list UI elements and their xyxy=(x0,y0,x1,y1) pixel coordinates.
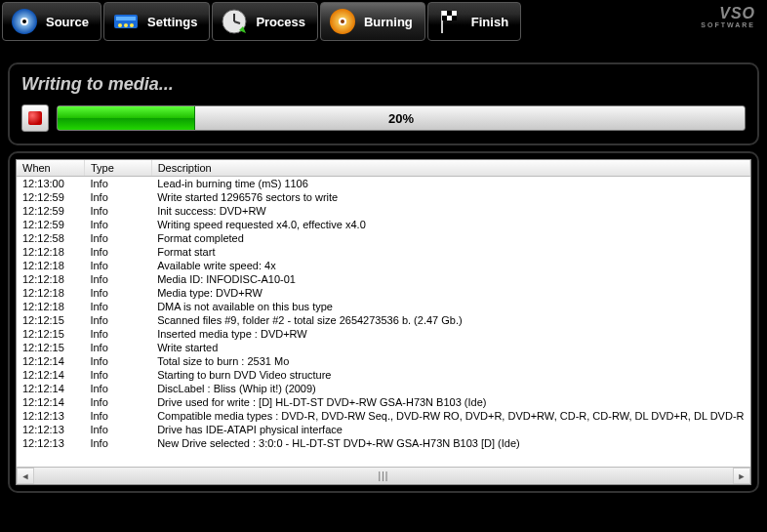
cell-type: Info xyxy=(84,382,151,395)
status-panel: Writing to media... 20% xyxy=(8,62,759,145)
table-row[interactable]: 12:12:13InfoCompatible media types : DVD… xyxy=(17,409,750,423)
cell-type: Info xyxy=(84,218,151,231)
cell-type: Info xyxy=(84,368,151,382)
cell-when: 12:12:14 xyxy=(17,368,84,382)
scroll-right-icon[interactable]: ► xyxy=(733,468,750,484)
table-row[interactable]: 12:12:13InfoNew Drive selected : 3:0:0 -… xyxy=(17,436,750,450)
svg-rect-20 xyxy=(452,16,457,20)
brand-line1: VSO xyxy=(701,6,755,21)
cell-type: Info xyxy=(84,177,151,191)
flag-icon xyxy=(434,6,465,37)
toolbar: Source Settings Process xyxy=(0,0,767,43)
svg-point-2 xyxy=(22,20,26,23)
cell-when: 12:12:59 xyxy=(17,204,84,218)
cell-description: Format completed xyxy=(151,231,749,245)
cell-when: 12:13:00 xyxy=(17,177,84,191)
cell-description: Format start xyxy=(151,245,749,259)
brand-logo: VSO SOFTWARE xyxy=(701,6,755,28)
source-button[interactable]: Source xyxy=(2,2,101,41)
svg-rect-16 xyxy=(447,11,452,16)
cell-description: Lead-in burning time (mS) 1106 xyxy=(151,177,749,191)
settings-label: Settings xyxy=(147,15,197,29)
cell-type: Info xyxy=(84,354,151,368)
table-row[interactable]: 12:13:00InfoLead-in burning time (mS) 11… xyxy=(17,177,750,191)
settings-icon xyxy=(110,6,141,37)
burning-button[interactable]: Burning xyxy=(320,2,425,41)
finish-label: Finish xyxy=(471,15,508,29)
cell-type: Info xyxy=(84,259,151,272)
cell-description: New Drive selected : 3:0:0 - HL-DT-ST DV… xyxy=(151,436,749,450)
scroll-track[interactable]: ||| xyxy=(34,468,733,484)
svg-rect-18 xyxy=(442,16,447,20)
log-container: When Type Description 12:13:00InfoLead-i… xyxy=(16,159,751,485)
cell-type: Info xyxy=(84,327,151,341)
cell-description: Compatible media types : DVD-R, DVD-RW S… xyxy=(151,409,749,423)
svg-point-6 xyxy=(124,23,128,27)
table-row[interactable]: 12:12:18InfoDMA is not available on this… xyxy=(17,300,750,313)
cell-when: 12:12:18 xyxy=(17,259,84,272)
svg-point-5 xyxy=(118,23,122,27)
table-row[interactable]: 12:12:14InfoTotal size to burn : 2531 Mo xyxy=(17,354,750,368)
cell-description: Media type: DVD+RW xyxy=(151,286,749,300)
table-row[interactable]: 12:12:59InfoWriting speed requested x4.0… xyxy=(17,218,750,231)
cell-when: 12:12:15 xyxy=(17,327,84,341)
cell-type: Info xyxy=(84,245,151,259)
cell-when: 12:12:13 xyxy=(17,423,84,436)
log-scroll[interactable]: When Type Description 12:13:00InfoLead-i… xyxy=(17,160,750,467)
col-header-description[interactable]: Description xyxy=(151,160,749,177)
col-header-when[interactable]: When xyxy=(17,160,84,177)
process-button[interactable]: Process xyxy=(212,2,318,41)
cell-when: 12:12:18 xyxy=(17,245,84,259)
table-row[interactable]: 12:12:15InfoWrite started xyxy=(17,341,750,354)
cell-description: Starting to burn DVD Video structure xyxy=(151,368,749,382)
settings-button[interactable]: Settings xyxy=(103,2,210,41)
table-row[interactable]: 12:12:18InfoAvailable write speed: 4x xyxy=(17,259,750,272)
burn-disc-icon xyxy=(327,6,358,37)
process-label: Process xyxy=(256,15,305,29)
table-row[interactable]: 12:12:15InfoScanned files #9, folder #2 … xyxy=(17,313,750,327)
table-row[interactable]: 12:12:18InfoMedia type: DVD+RW xyxy=(17,286,750,300)
table-row[interactable]: 12:12:13InfoDrive has IDE-ATAPI physical… xyxy=(17,423,750,436)
brand-line2: SOFTWARE xyxy=(701,21,755,28)
table-row[interactable]: 12:12:14InfoDiscLabel : Bliss (Whip it!)… xyxy=(17,382,750,395)
cell-type: Info xyxy=(84,341,151,354)
cell-description: Write started xyxy=(151,341,749,354)
cell-description: Inserted media type : DVD+RW xyxy=(151,327,749,341)
table-row[interactable]: 12:12:58InfoFormat completed xyxy=(17,231,750,245)
finish-button[interactable]: Finish xyxy=(427,2,521,41)
stop-button[interactable] xyxy=(21,104,49,132)
cell-description: Media ID: INFODISC-A10-01 xyxy=(151,272,749,286)
cell-type: Info xyxy=(84,409,151,423)
svg-rect-19 xyxy=(447,16,452,20)
cell-description: DMA is not available on this bus type xyxy=(151,300,749,313)
cell-type: Info xyxy=(84,190,151,204)
clock-icon xyxy=(219,6,250,37)
cell-when: 12:12:59 xyxy=(17,218,84,231)
cell-description: Available write speed: 4x xyxy=(151,259,749,272)
table-row[interactable]: 12:12:59InfoInit success: DVD+RW xyxy=(17,204,750,218)
scroll-left-icon[interactable]: ◄ xyxy=(17,468,34,484)
cell-description: Drive has IDE-ATAPI physical interface xyxy=(151,423,749,436)
horizontal-scrollbar[interactable]: ◄ ||| ► xyxy=(17,467,750,484)
table-row[interactable]: 12:12:18InfoMedia ID: INFODISC-A10-01 xyxy=(17,272,750,286)
status-title: Writing to media... xyxy=(21,74,746,95)
svg-point-7 xyxy=(130,23,134,27)
svg-rect-17 xyxy=(452,11,457,16)
col-header-type[interactable]: Type xyxy=(84,160,151,177)
cell-when: 12:12:13 xyxy=(17,436,84,450)
cell-type: Info xyxy=(84,300,151,313)
cell-when: 12:12:14 xyxy=(17,395,84,409)
disc-icon xyxy=(9,6,40,37)
cell-type: Info xyxy=(84,313,151,327)
table-row[interactable]: 12:12:59InfoWrite started 1296576 sector… xyxy=(17,190,750,204)
table-row[interactable]: 12:12:14InfoStarting to burn DVD Video s… xyxy=(17,368,750,382)
table-row[interactable]: 12:12:14InfoDrive used for write : [D] H… xyxy=(17,395,750,409)
log-panel: When Type Description 12:13:00InfoLead-i… xyxy=(8,151,759,493)
cell-when: 12:12:18 xyxy=(17,272,84,286)
svg-rect-4 xyxy=(116,17,136,20)
cell-type: Info xyxy=(84,231,151,245)
cell-type: Info xyxy=(84,204,151,218)
table-row[interactable]: 12:12:18InfoFormat start xyxy=(17,245,750,259)
cell-type: Info xyxy=(84,436,151,450)
table-row[interactable]: 12:12:15InfoInserted media type : DVD+RW xyxy=(17,327,750,341)
